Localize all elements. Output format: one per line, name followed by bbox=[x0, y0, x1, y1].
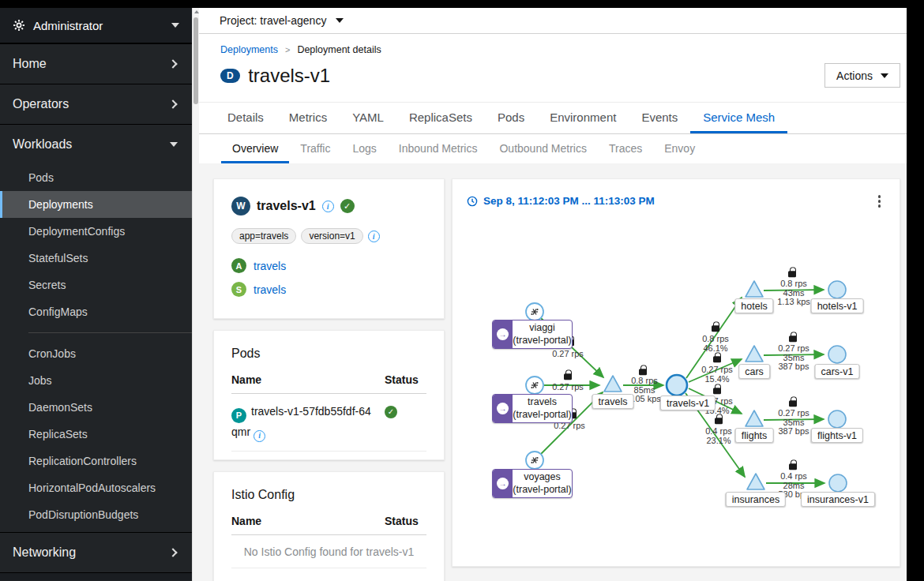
tab-yaml[interactable]: YAML bbox=[340, 103, 396, 133]
node-insurances[interactable]: insurances bbox=[726, 492, 786, 507]
node-hotels[interactable]: hotels bbox=[734, 298, 773, 313]
nav-label: Home bbox=[13, 57, 47, 71]
subtab-logs[interactable]: Logs bbox=[341, 134, 387, 163]
subtab-traffic[interactable]: Traffic bbox=[289, 134, 341, 163]
sidebar-item-secrets[interactable]: Secrets bbox=[0, 272, 192, 298]
perspective-switcher[interactable]: Administrator bbox=[0, 8, 192, 43]
node-flights[interactable]: flights bbox=[735, 428, 774, 443]
breadcrumb-separator: > bbox=[285, 45, 290, 54]
sidebar-item-cronjobs[interactable]: CronJobs bbox=[0, 340, 192, 367]
workload-badge: W bbox=[231, 197, 250, 216]
breadcrumb-current: Deployment details bbox=[297, 44, 381, 55]
info-icon[interactable] bbox=[322, 201, 334, 212]
sidebar-item-statefulsets[interactable]: StatefulSets bbox=[0, 245, 192, 272]
mtls-lock-icon bbox=[789, 463, 797, 470]
scroll-up-arrow[interactable] bbox=[194, 10, 199, 13]
page-title: travels-v1 bbox=[248, 65, 330, 87]
subtab-traces[interactable]: Traces bbox=[598, 134, 653, 163]
actions-button[interactable]: Actions bbox=[824, 63, 900, 88]
tab-environment[interactable]: Environment bbox=[537, 103, 629, 133]
edge-label: 0.8 rps 43ms 1.13 kps bbox=[777, 279, 810, 307]
sidebar-item-home[interactable]: Home bbox=[0, 43, 192, 84]
scrollbar-thumb[interactable] bbox=[193, 17, 198, 104]
tab-events[interactable]: Events bbox=[629, 103, 690, 133]
node-cars-v1[interactable]: cars-v1 bbox=[815, 364, 860, 379]
sidebar-item-deployments[interactable]: Deployments bbox=[0, 191, 192, 218]
sidebar-item-replicasets[interactable]: ReplicaSets bbox=[0, 421, 192, 448]
column-status: Status bbox=[385, 373, 426, 386]
deployment-badge: D bbox=[220, 69, 240, 83]
project-selector[interactable]: Project: travel-agency bbox=[220, 14, 326, 27]
nav-label: Networking bbox=[13, 545, 76, 560]
edge-label: 0.27 rps bbox=[552, 383, 584, 392]
column-name: Name bbox=[231, 373, 385, 386]
mtls-lock-icon bbox=[713, 356, 721, 362]
mtls-lock-icon bbox=[789, 400, 797, 407]
app-box-stripe bbox=[493, 470, 513, 497]
mtls-lock-icon bbox=[564, 373, 572, 380]
app-link[interactable]: travels bbox=[254, 260, 286, 272]
node-travels-service[interactable]: travels bbox=[592, 394, 634, 409]
label-version: version=v1 bbox=[301, 228, 362, 244]
console-window: Administrator Home Operators Workloads P… bbox=[0, 8, 907, 581]
breadcrumb: Deployments > Deployment details bbox=[220, 44, 900, 55]
graph-time-range[interactable]: Sep 8, 11:12:03 PM ... 11:13:03 PM bbox=[483, 195, 655, 207]
page-header: Deployments > Deployment details D trave… bbox=[199, 34, 907, 102]
sidebar-item-configmaps[interactable]: ConfigMaps bbox=[0, 298, 192, 325]
subtab-outbound-metrics[interactable]: Outbound Metrics bbox=[488, 134, 598, 163]
sidebar-item-networking[interactable]: Networking bbox=[0, 532, 192, 572]
tab-service-mesh[interactable]: Service Mesh bbox=[690, 103, 787, 133]
service-link[interactable]: travels bbox=[254, 283, 286, 296]
node-hotels-v1[interactable]: hotels-v1 bbox=[811, 298, 864, 313]
subtab-inbound-metrics[interactable]: Inbound Metrics bbox=[388, 134, 489, 163]
table-row: Ptravels-v1-57fdb55fdf-64qmr bbox=[231, 394, 426, 452]
node-flights-v1[interactable]: flights-v1 bbox=[811, 428, 863, 443]
caret-down-icon[interactable] bbox=[336, 18, 344, 23]
sidebar-item-pods[interactable]: Pods bbox=[0, 164, 192, 191]
subtab-overview[interactable]: Overview bbox=[221, 134, 289, 163]
sidebar-next-section bbox=[0, 572, 192, 580]
subtab-envoy[interactable]: Envoy bbox=[653, 134, 706, 163]
caret-down-icon bbox=[171, 23, 179, 28]
sidebar-item-deploymentconfigs[interactable]: DeploymentConfigs bbox=[0, 218, 192, 245]
tab-replicasets[interactable]: ReplicaSets bbox=[396, 103, 485, 133]
node-label: travels bbox=[528, 396, 557, 409]
tab-metrics[interactable]: Metrics bbox=[276, 103, 340, 133]
edge-label: 0.8 rps 46.1% bbox=[702, 335, 729, 353]
service-mesh-subtabs: Overview Traffic Logs Inbound Metrics Ou… bbox=[199, 134, 907, 163]
node-insurances-v1[interactable]: insurances-v1 bbox=[801, 492, 875, 507]
tab-pods[interactable]: Pods bbox=[485, 103, 537, 133]
chevron-right-icon bbox=[168, 59, 177, 68]
edge-label: 0.27 rps 15.4% bbox=[701, 365, 733, 384]
sidebar-item-horizontalpodautoscalers[interactable]: HorizontalPodAutoscalers bbox=[0, 474, 192, 501]
node-voyages-travel-portal[interactable]: voyages(travel-portal) bbox=[492, 469, 573, 498]
node-viaggi-travel-portal[interactable]: viaggi(travel-portal) bbox=[492, 320, 573, 349]
info-icon[interactable] bbox=[368, 231, 380, 242]
sidebar-item-daemonsets[interactable]: DaemonSets bbox=[0, 394, 192, 421]
app-badge: A bbox=[231, 258, 246, 273]
arrow-icon bbox=[497, 403, 509, 414]
info-icon[interactable] bbox=[254, 430, 265, 442]
chevron-right-icon bbox=[168, 99, 177, 108]
sidebar-item-workloads[interactable]: Workloads bbox=[0, 124, 192, 164]
pods-card: Pods Name Status Ptravels-v1-57fdb55fdf-… bbox=[213, 330, 445, 460]
node-cars[interactable]: cars bbox=[738, 364, 770, 379]
kebab-menu-icon[interactable] bbox=[873, 192, 886, 211]
sidebar-item-operators[interactable]: Operators bbox=[0, 84, 192, 124]
caret-down-icon bbox=[170, 142, 178, 147]
sidebar-item-poddisruptionbudgets[interactable]: PodDisruptionBudgets bbox=[0, 501, 192, 528]
tab-details[interactable]: Details bbox=[215, 103, 276, 133]
sidebar-scrollbar[interactable] bbox=[192, 8, 199, 581]
app-box-stripe bbox=[493, 320, 513, 348]
mtls-lock-icon bbox=[788, 271, 796, 277]
node-travels-travel-portal[interactable]: travels(travel-portal) bbox=[492, 394, 573, 423]
workload-name: travels-v1 bbox=[257, 199, 316, 213]
node-travels-v1[interactable]: travels-v1 bbox=[660, 395, 716, 410]
edge-label: 0.27 rps bbox=[552, 350, 584, 359]
sidebar-item-replicationcontrollers[interactable]: ReplicationControllers bbox=[0, 448, 192, 474]
label-app: app=travels bbox=[231, 228, 296, 244]
sidebar-item-jobs[interactable]: Jobs bbox=[0, 367, 192, 394]
main-area: Project: travel-agency Deployments > Dep… bbox=[199, 8, 907, 581]
breadcrumb-deployments-link[interactable]: Deployments bbox=[220, 44, 278, 55]
service-badge: S bbox=[231, 282, 246, 297]
